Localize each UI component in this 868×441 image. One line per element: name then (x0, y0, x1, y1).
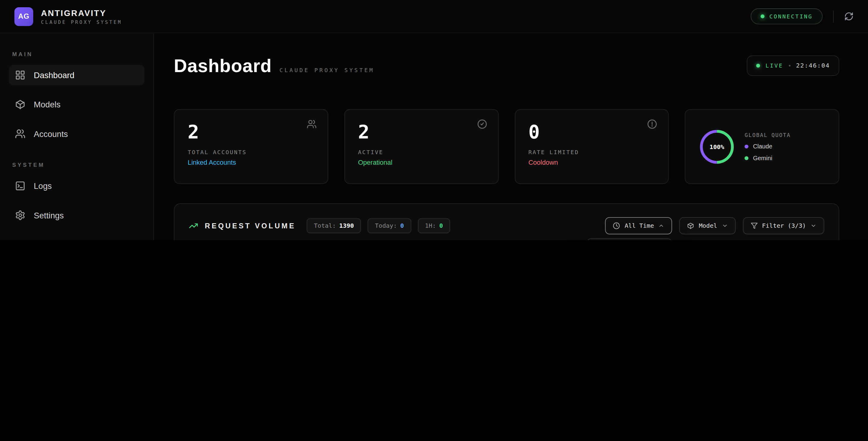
request-volume-panel: REQUEST VOLUME Total: 1390 Today: 0 1H: … (174, 203, 839, 240)
gear-icon (15, 210, 26, 220)
sidebar-section: MAINDashboardModelsAccounts (9, 51, 144, 144)
terminal-icon (15, 181, 26, 191)
check-circle-icon (477, 119, 487, 131)
quota-donut: 100% (699, 128, 735, 165)
chart-controls: All Time Last 1HLast 6HLast 24HLast 7DAl… (605, 217, 824, 234)
chevron-up-icon (658, 223, 664, 229)
app-window: AG ANTIGRAVITY CLAUDE PROXY SYSTEM CONNE… (0, 0, 868, 240)
chart-header: REQUEST VOLUME Total: 1390 Today: 0 1H: … (189, 217, 824, 234)
refresh-button[interactable] (844, 12, 854, 21)
quota-legend-label: Gemini (753, 154, 772, 161)
app-title: ANTIGRAVITY (41, 8, 122, 18)
funnel-icon (750, 222, 758, 230)
hour-badge: 1H: 0 (418, 218, 450, 233)
stats-row: 2 TOTAL ACCOUNTS Linked Accounts 2 ACTIV… (174, 109, 839, 184)
sidebar-nav: MAINDashboardModelsAccountsSYSTEMLogsSet… (9, 51, 144, 226)
filter-label: Filter (3/3) (762, 222, 806, 230)
clock: 22:46:04 (796, 62, 830, 69)
live-label: LIVE (766, 63, 783, 69)
page-header: Dashboard CLAUDE PROXY SYSTEM LIVE 22:46… (174, 56, 839, 77)
stat-sub: Linked Accounts (188, 158, 314, 166)
quota-percent: 100% (710, 143, 724, 150)
clock-icon (613, 222, 620, 230)
stat-sub: Operational (358, 158, 485, 166)
time-range-menu: Last 1HLast 6HLast 24HLast 7DAll Time (587, 238, 673, 240)
sidebar-item-label: Accounts (34, 129, 68, 139)
stat-label: ACTIVE (358, 149, 485, 155)
quota-legend-claude: Claude (745, 143, 791, 150)
sidebar-section-label: MAIN (12, 51, 141, 57)
connection-status-badge: CONNECTING (750, 8, 823, 24)
badge-label: Total: (314, 222, 336, 230)
quota-info: GLOBAL QUOTA Claude Gemini (745, 132, 791, 161)
trend-up-icon (189, 221, 198, 231)
stat-label: TOTAL ACCOUNTS (188, 149, 314, 155)
app-subtitle: CLAUDE PROXY SYSTEM (41, 19, 122, 24)
stat-sub: Cooldown (528, 158, 655, 166)
topbar-right: CONNECTING (750, 8, 854, 24)
filter-button[interactable]: Filter (3/3) (743, 217, 824, 234)
users-icon (15, 128, 26, 139)
main-content: Dashboard CLAUDE PROXY SYSTEM LIVE 22:46… (154, 33, 868, 240)
chart-title: REQUEST VOLUME (205, 222, 296, 230)
status-dot-icon (761, 14, 764, 19)
gemini-dot-icon (745, 156, 749, 160)
sidebar-item-label: Settings (34, 210, 64, 220)
claude-dot-icon (745, 144, 749, 148)
model-filter-button[interactable]: Model (679, 217, 735, 234)
stat-value: 0 (528, 121, 655, 143)
users-icon (307, 119, 316, 131)
quota-legend-gemini: Gemini (745, 154, 791, 161)
badge-value: 0 (439, 222, 443, 230)
chevron-down-icon (721, 223, 727, 229)
stat-card-rate-limited: 0 RATE LIMITED Cooldown (515, 109, 669, 184)
page-title: Dashboard (174, 56, 272, 77)
sidebar-section: SYSTEMLogsSettings (9, 162, 144, 225)
sidebar-item-models[interactable]: Models (9, 94, 144, 115)
sidebar-item-label: Logs (34, 181, 52, 190)
page-subtitle: CLAUDE PROXY SYSTEM (279, 67, 374, 73)
stat-value: 2 (358, 121, 485, 143)
sidebar-item-dashboard[interactable]: Dashboard (9, 65, 144, 85)
cube-icon (687, 222, 694, 230)
stat-card-active: 2 ACTIVE Operational (344, 109, 498, 184)
sidebar-item-label: Dashboard (34, 70, 74, 80)
live-status-badge: LIVE 22:46:04 (747, 56, 839, 76)
app-logo: AG (14, 7, 33, 26)
time-range-label: All Time (625, 222, 654, 230)
model-filter-label: Model (699, 222, 717, 230)
time-range-button[interactable]: All Time (605, 217, 672, 234)
refresh-icon (844, 12, 854, 21)
total-badge: Total: 1390 (307, 218, 361, 233)
grid-icon (15, 70, 26, 80)
live-dot-icon (756, 64, 760, 67)
quota-legend-label: Claude (753, 143, 772, 150)
sidebar: MAINDashboardModelsAccountsSYSTEMLogsSet… (0, 33, 154, 240)
chevron-down-icon (810, 223, 816, 229)
stat-label: RATE LIMITED (528, 149, 655, 155)
topbar-divider (833, 10, 834, 22)
stat-card-total-accounts: 2 TOTAL ACCOUNTS Linked Accounts (174, 109, 328, 184)
stat-value: 2 (188, 121, 314, 143)
brand: ANTIGRAVITY CLAUDE PROXY SYSTEM (41, 8, 122, 25)
logo-text: AG (18, 12, 30, 21)
connection-status-label: CONNECTING (770, 13, 813, 19)
quota-label: GLOBAL QUOTA (745, 132, 791, 138)
topbar: AG ANTIGRAVITY CLAUDE PROXY SYSTEM CONNE… (0, 0, 868, 33)
separator-dot-icon (789, 65, 790, 67)
badge-label: 1H: (425, 222, 436, 230)
sidebar-item-label: Models (34, 100, 61, 109)
sidebar-item-accounts[interactable]: Accounts (9, 124, 144, 144)
today-badge: Today: 0 (368, 218, 411, 233)
stat-card-global-quota: 100% GLOBAL QUOTA Claude Gemini (685, 109, 839, 184)
badge-label: Today: (375, 222, 397, 230)
cube-icon (15, 99, 26, 110)
alert-circle-icon (647, 119, 657, 131)
badge-value: 1390 (339, 222, 354, 230)
badge-value: 0 (400, 222, 404, 230)
sidebar-section-label: SYSTEM (12, 162, 141, 168)
sidebar-item-logs[interactable]: Logs (9, 176, 144, 196)
sidebar-item-settings[interactable]: Settings (9, 205, 144, 226)
